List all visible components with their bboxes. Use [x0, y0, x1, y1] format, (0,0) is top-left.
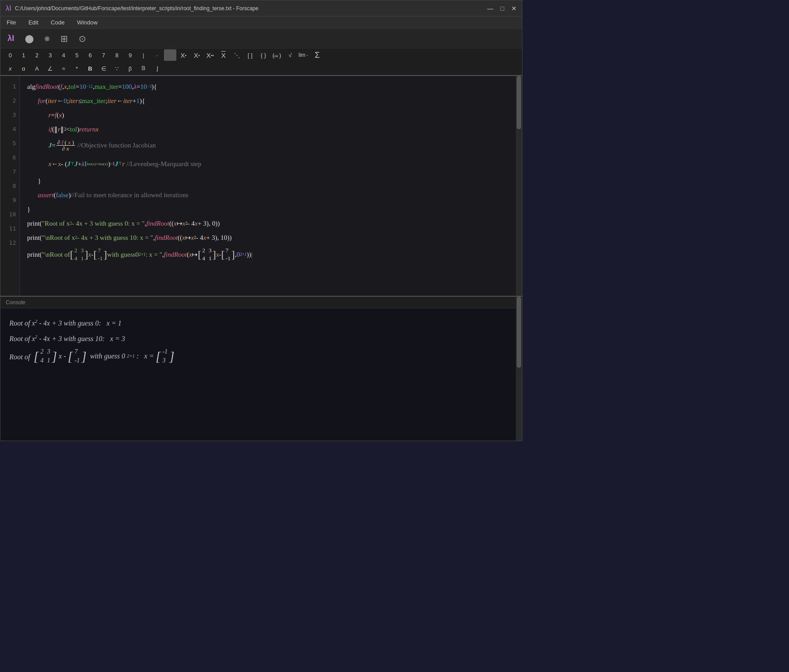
- line-num-11: 11: [0, 222, 16, 236]
- sym-elem[interactable]: ∈: [97, 63, 110, 74]
- editor-scrollbar[interactable]: [516, 76, 522, 296]
- editor-container: 1 2 3 4 5 6 7 8 9 10 11 12 alg findRoot: [0, 76, 522, 296]
- toolbar-lambda-icon[interactable]: λI: [6, 32, 16, 45]
- sym-bracket-right[interactable]: ⌋: [151, 63, 163, 74]
- toolbar-run-icon[interactable]: ⬤: [23, 32, 36, 45]
- sym-9[interactable]: 9: [124, 49, 136, 61]
- line-num-3: 3: [0, 108, 16, 122]
- console-scrollbar[interactable]: [516, 297, 522, 441]
- sym-7[interactable]: 7: [97, 49, 110, 61]
- sym-Xsup[interactable]: X▪: [191, 49, 203, 61]
- kw-for: for: [38, 98, 46, 104]
- sym-5[interactable]: 5: [71, 49, 83, 61]
- console-matrix-A: [ 23 41 ]: [34, 346, 57, 366]
- fn-f2: f: [62, 139, 64, 146]
- code-area[interactable]: alg findRoot ( f , x , tol = 10 −12 , ma…: [20, 76, 516, 296]
- print11: print(: [27, 235, 42, 241]
- paren-close-brace: ){: [151, 84, 157, 90]
- sym-asterisk[interactable]: *: [71, 63, 83, 74]
- sym-1[interactable]: 1: [17, 49, 30, 61]
- maximize-button[interactable]: □: [501, 5, 504, 12]
- sym-active-block[interactable]: [164, 49, 176, 61]
- minus10: - 4: [187, 220, 195, 227]
- sym-A-cap[interactable]: A: [31, 63, 43, 74]
- console-eq-val-2: = 3: [115, 331, 125, 346]
- sym-curly[interactable]: { }: [257, 49, 270, 61]
- c-r-left: [: [155, 350, 160, 363]
- vector-b2-code: [ 7 -1 ]: [221, 247, 235, 262]
- kw-false: false: [56, 192, 68, 199]
- line-num-5: 5: [0, 136, 16, 151]
- close-button[interactable]: ✕: [511, 5, 517, 12]
- fraction-num: ∂ f ( x ): [56, 139, 75, 146]
- iter4: iter: [123, 98, 132, 104]
- sym-8[interactable]: 8: [111, 49, 123, 61]
- str10: "Root of x: [42, 220, 70, 227]
- console-scroll-thumb[interactable]: [517, 297, 521, 368]
- code-line-6: x ← x - ( J ⊤ J + λ I len(x)×len(x) ) −1…: [27, 154, 509, 174]
- c-m-left: [: [34, 350, 39, 363]
- symbol-row-2: x α A ∠ ≈ * B ∈ ∵ β 𝔹 ⌋: [0, 62, 522, 75]
- console-header: Console: [0, 297, 516, 308]
- sym-Xsub[interactable]: X▪: [177, 49, 190, 61]
- sym-4[interactable]: 4: [57, 49, 70, 61]
- sym-alpha[interactable]: α: [17, 63, 30, 74]
- sub-2x1b-code: 2×1: [240, 252, 247, 257]
- sym-dot[interactable]: ·: [151, 49, 163, 61]
- sym-lim[interactable]: lim→: [297, 49, 310, 61]
- comment-lm: //Levenberg-Marquardt step: [125, 161, 201, 167]
- minimize-button[interactable]: —: [487, 5, 494, 12]
- console-line-3: Root of [ 23 41 ] x -: [9, 346, 507, 366]
- sym-0[interactable]: 0: [4, 49, 16, 61]
- var-x11c: x: [203, 235, 207, 241]
- sym-B-blackboard[interactable]: 𝔹: [137, 63, 150, 74]
- sym-beta[interactable]: β: [124, 63, 136, 74]
- close-brace2: }: [27, 206, 30, 213]
- val-1: 1: [136, 98, 140, 104]
- var-x5: x: [66, 145, 69, 152]
- sym-angle[interactable]: ∠: [44, 63, 56, 74]
- menu-file[interactable]: File: [4, 18, 19, 27]
- sym-3[interactable]: 3: [44, 49, 56, 61]
- str12c: 0: [135, 251, 139, 258]
- c-sub-2x1: 2×1: [127, 354, 135, 358]
- eq2: =: [118, 84, 122, 90]
- kw-alg: alg: [27, 84, 35, 90]
- menu-window[interactable]: Window: [74, 18, 100, 27]
- sym-approx[interactable]: ≈: [57, 63, 70, 74]
- toolbar-tree-icon[interactable]: ⎈: [43, 32, 52, 45]
- console-container: Console Root of x2 - 4x + 3 with guess 0…: [0, 296, 522, 441]
- menu-edit[interactable]: Edit: [26, 18, 41, 27]
- toolbar-grid-icon[interactable]: ⊞: [59, 32, 70, 46]
- sym-Xsubsup[interactable]: X▪▪: [204, 49, 216, 61]
- editor-scroll-thumb[interactable]: [517, 76, 521, 129]
- sym-because[interactable]: ∵: [111, 63, 123, 74]
- console-colon-3: :: [136, 353, 142, 360]
- toolbar-github-icon[interactable]: ⊙: [77, 32, 88, 46]
- var-x12: x: [88, 251, 92, 258]
- minus11: - 4: [196, 235, 203, 241]
- sym-B-bold[interactable]: B: [84, 63, 96, 74]
- m-bracket-left: [: [70, 249, 74, 260]
- sym-6[interactable]: 6: [84, 49, 96, 61]
- sym-binom[interactable]: (ₙₖ): [271, 49, 283, 61]
- kw-if: if: [48, 126, 52, 133]
- var-x4: x: [68, 139, 71, 146]
- menu-code[interactable]: Code: [48, 18, 67, 27]
- partial-sym-bot: ∂: [62, 145, 65, 152]
- var-x11: x: [182, 235, 185, 241]
- sym-sum[interactable]: Σ: [311, 49, 323, 61]
- sym-2[interactable]: 2: [31, 49, 43, 61]
- param-max-iter: max_iter: [95, 84, 118, 90]
- sym-x-italic[interactable]: x: [4, 63, 16, 74]
- arrow3: ←: [52, 161, 58, 167]
- sym-pipe[interactable]: |: [137, 49, 150, 61]
- symbol-bar: 0 1 2 3 4 5 6 7 8 9 | · X▪ X▪ X▪▪ X ⋱ [ …: [0, 48, 522, 76]
- sym-Xbar[interactable]: X: [217, 49, 230, 61]
- sym-brackets[interactable]: [ ]: [244, 49, 256, 61]
- sym-sqrt[interactable]: √: [284, 49, 296, 61]
- c-m-cells: 23 41: [39, 346, 52, 366]
- var-x12b: x: [189, 251, 192, 258]
- line-num-2: 2: [0, 94, 16, 108]
- sym-matrix-dots[interactable]: ⋱: [231, 49, 243, 61]
